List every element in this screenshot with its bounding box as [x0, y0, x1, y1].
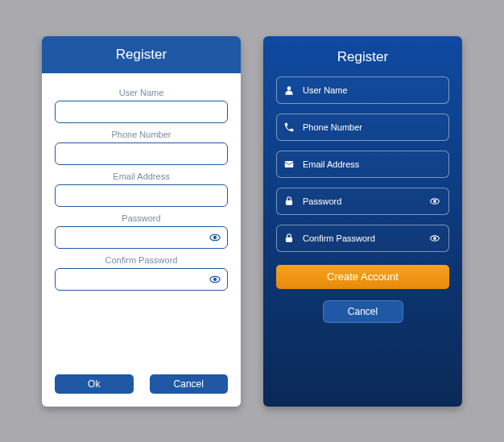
- phone-group: Phone Number: [55, 130, 228, 165]
- email-label-dark: Email Address: [303, 159, 440, 169]
- register-card-light: Register User Name Phone Number Email Ad…: [42, 36, 241, 407]
- eye-icon[interactable]: [209, 231, 221, 244]
- svg-rect-9: [286, 237, 292, 242]
- username-input[interactable]: [55, 101, 228, 123]
- confirm-password-label-dark: Confirm Password: [303, 233, 429, 243]
- register-form-light: User Name Phone Number Email Address Pas…: [42, 73, 241, 407]
- register-title-light: Register: [42, 36, 241, 73]
- username-field[interactable]: User Name: [276, 76, 449, 104]
- email-group: Email Address: [55, 171, 228, 207]
- phone-icon: [283, 122, 295, 133]
- email-input[interactable]: [55, 184, 228, 207]
- svg-rect-6: [286, 200, 292, 204]
- confirm-password-label: Confirm Password: [55, 255, 228, 265]
- register-title-dark: Register: [276, 49, 449, 65]
- password-label: Password: [55, 213, 228, 223]
- eye-icon[interactable]: [429, 233, 440, 244]
- svg-point-1: [214, 236, 217, 238]
- lock-icon: [283, 196, 295, 207]
- username-label: User Name: [55, 88, 228, 97]
- confirm-password-group: Confirm Password: [55, 255, 228, 291]
- svg-point-4: [287, 86, 291, 90]
- password-group: Password: [55, 213, 228, 249]
- phone-input[interactable]: [55, 143, 228, 165]
- svg-point-3: [214, 278, 217, 280]
- user-icon: [283, 85, 295, 96]
- email-label: Email Address: [55, 171, 228, 181]
- eye-icon[interactable]: [209, 273, 221, 286]
- confirm-password-input[interactable]: [55, 268, 228, 291]
- lock-icon: [283, 233, 295, 244]
- password-field[interactable]: Password: [276, 188, 449, 215]
- phone-label-dark: Phone Number: [303, 122, 440, 132]
- password-input[interactable]: [55, 226, 228, 249]
- password-label-dark: Password: [303, 196, 429, 206]
- username-label-dark: User Name: [303, 85, 440, 95]
- svg-point-11: [434, 237, 436, 239]
- svg-rect-5: [285, 160, 294, 167]
- cancel-button-dark[interactable]: Cancel: [323, 300, 403, 323]
- confirm-password-field[interactable]: Confirm Password: [276, 225, 449, 252]
- register-card-dark: Register User Name Phone Number Email Ad…: [263, 36, 462, 407]
- email-field[interactable]: Email Address: [276, 151, 449, 178]
- cancel-button[interactable]: Cancel: [150, 374, 229, 394]
- eye-icon[interactable]: [429, 196, 440, 207]
- phone-label: Phone Number: [55, 130, 228, 139]
- username-group: User Name: [55, 88, 228, 123]
- phone-field[interactable]: Phone Number: [276, 114, 449, 141]
- create-account-button[interactable]: Create Account: [276, 265, 449, 289]
- mail-icon: [283, 159, 295, 170]
- ok-button[interactable]: Ok: [55, 374, 134, 394]
- svg-point-8: [434, 200, 436, 202]
- button-row-light: Ok Cancel: [55, 366, 228, 394]
